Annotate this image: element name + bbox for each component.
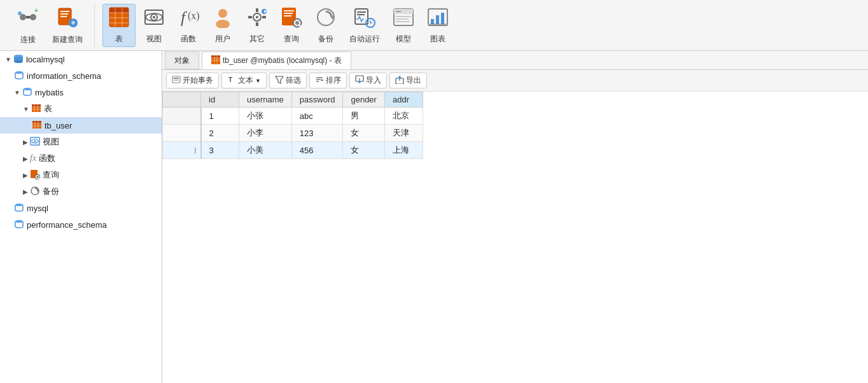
svg-rect-28 <box>256 8 258 12</box>
cell-gender[interactable]: 男 <box>343 108 384 125</box>
tb-user-icon <box>32 120 42 132</box>
chart-button[interactable]: 图表 <box>422 4 454 47</box>
svg-rect-93 <box>211 55 220 58</box>
col-header-username[interactable]: username <box>239 92 292 108</box>
svg-point-61 <box>14 55 23 57</box>
cell-gender[interactable]: 女 <box>343 125 384 142</box>
svg-rect-56 <box>431 19 434 24</box>
table-icon <box>108 6 130 31</box>
other-icon: ▼ <box>246 6 268 31</box>
view-button[interactable]: 视图 <box>138 4 170 47</box>
connect-icon: + <box>17 6 39 32</box>
mybatis-db-icon <box>22 87 32 99</box>
sidebar-item-localmysql[interactable]: ▼ localmysql <box>0 51 162 67</box>
sidebar-item-funcs-label: 函数 <box>39 153 55 164</box>
table-button[interactable]: 表 <box>102 4 136 47</box>
cell-addr[interactable]: 北京 <box>384 108 423 125</box>
model-button[interactable]: 模型 <box>388 4 419 47</box>
tab-bar: 对象 tb_user @mybatis (localmysql) - 表 <box>162 51 868 70</box>
text-button[interactable]: T 文本 ▼ <box>221 73 267 88</box>
sidebar-item-views-label: 视图 <box>43 136 59 148</box>
auto-run-icon <box>354 6 375 31</box>
cell-id[interactable]: 3 <box>201 142 239 159</box>
svg-point-89 <box>15 204 23 206</box>
sidebar-item-tb-user[interactable]: tb_user <box>0 117 162 134</box>
svg-point-20 <box>153 16 155 18</box>
col-header-gender[interactable]: gender <box>343 92 384 108</box>
sidebar-item-queries-folder[interactable]: ▶ 查询 <box>0 167 162 183</box>
sidebar-item-mysql[interactable]: mysql <box>0 200 162 216</box>
tables-folder-icon <box>31 103 41 115</box>
export-button[interactable]: 导出 <box>389 73 427 88</box>
svg-rect-12 <box>109 8 129 13</box>
sort-button[interactable]: 排序 <box>309 73 347 88</box>
function-button[interactable]: f (x) 函数 <box>172 4 204 47</box>
new-query-button[interactable]: + 新建查询 <box>47 4 88 47</box>
connect-button[interactable]: + 连接 <box>11 4 45 47</box>
filter-icon <box>275 75 284 86</box>
sidebar-item-tables-folder[interactable]: ▼ 表 <box>0 101 162 117</box>
other-button[interactable]: ▼ 其它 <box>241 4 273 47</box>
auto-run-label: 自动运行 <box>349 34 380 45</box>
cell-password[interactable]: 456 <box>291 142 343 159</box>
table-row[interactable]: I3小美456女上海 <box>163 142 423 159</box>
col-header-id[interactable]: id <box>201 92 239 108</box>
table-row[interactable]: 1小张abc男北京 <box>163 108 423 125</box>
begin-transaction-button[interactable]: 开始事务 <box>166 73 219 88</box>
svg-point-81 <box>34 140 36 142</box>
cell-id[interactable]: 2 <box>201 125 239 142</box>
svg-marker-109 <box>358 81 361 83</box>
cell-password[interactable]: abc <box>291 108 343 125</box>
svg-text:+: + <box>71 18 76 27</box>
sidebar-item-funcs-folder[interactable]: ▶ fx 函数 <box>0 150 162 167</box>
sidebar-item-backup-label: 备份 <box>43 186 59 197</box>
cell-addr[interactable]: 上海 <box>384 142 423 159</box>
sidebar-item-backup-folder[interactable]: ▶ 备份 <box>0 183 162 200</box>
new-query-icon: + <box>56 6 79 32</box>
other-label: 其它 <box>249 34 265 45</box>
svg-rect-37 <box>284 15 291 17</box>
sidebar-item-views-folder[interactable]: ▶ 视图 <box>0 134 162 150</box>
cell-password[interactable]: 123 <box>291 125 343 142</box>
text-icon: T <box>227 75 236 86</box>
cell-id[interactable]: 1 <box>201 108 239 125</box>
svg-text:T: T <box>228 76 232 83</box>
user-button[interactable]: 用户 <box>207 4 239 47</box>
col-header-addr[interactable]: addr <box>384 92 423 108</box>
chevron-queries-icon: ▶ <box>23 172 28 179</box>
table-row[interactable]: 2小李123女天津 <box>163 125 423 142</box>
cell-username[interactable]: 小张 <box>239 108 292 125</box>
chevron-tables-icon: ▼ <box>23 106 29 113</box>
col-header-password[interactable]: password <box>291 92 343 108</box>
import-button[interactable]: 导入 <box>349 73 387 88</box>
text-dropdown-icon: ▼ <box>255 78 261 84</box>
svg-rect-74 <box>32 121 41 123</box>
content-area: 对象 tb_user @mybatis (localmysql) - 表 <box>162 51 868 383</box>
tab-objects[interactable]: 对象 <box>165 52 199 69</box>
auto-run-button[interactable]: 自动运行 <box>344 4 385 47</box>
cell-username[interactable]: 小美 <box>239 142 292 159</box>
row-number <box>163 125 201 142</box>
svg-rect-52 <box>396 16 411 17</box>
import-icon <box>355 75 364 86</box>
sidebar-item-performance-schema[interactable]: performance_schema <box>0 216 162 233</box>
backup-button[interactable]: 备份 <box>310 4 342 47</box>
backup-label: 备份 <box>318 34 333 45</box>
sidebar-item-information-schema[interactable]: information_schema <box>0 67 162 84</box>
funcs-folder-icon: fx <box>30 153 36 164</box>
mysql-icon <box>14 202 24 214</box>
toolbar-group-connect: + 连接 + 新建查询 <box>5 3 95 48</box>
cell-username[interactable]: 小李 <box>239 125 292 142</box>
cell-gender[interactable]: 女 <box>343 142 384 159</box>
svg-rect-31 <box>262 16 266 18</box>
filter-button[interactable]: 筛选 <box>269 73 307 88</box>
query-button[interactable]: 查询 <box>276 4 307 47</box>
query-icon <box>281 6 302 31</box>
svg-point-25 <box>216 20 230 28</box>
db-icon <box>14 70 24 82</box>
sidebar-item-mybatis[interactable]: ▼ mybatis <box>0 84 162 101</box>
cell-addr[interactable]: 天津 <box>384 125 423 142</box>
svg-rect-53 <box>396 18 409 20</box>
svg-rect-29 <box>256 22 258 26</box>
tab-tb-user[interactable]: tb_user @mybatis (localmysql) - 表 <box>202 52 351 69</box>
